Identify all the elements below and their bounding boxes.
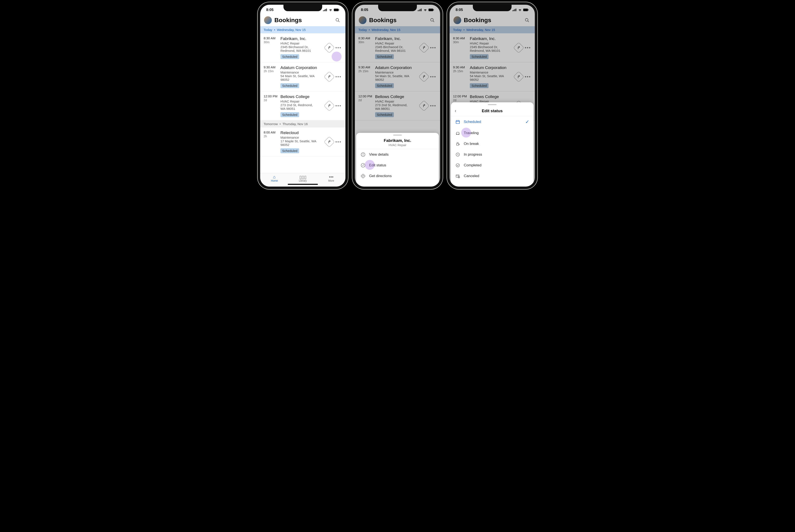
nav-library-label: Library bbox=[289, 179, 317, 182]
nav-home[interactable]: ⌂Home bbox=[260, 174, 289, 182]
action-sheet: Fabrikam, Inc. HVAC Repair View details … bbox=[356, 133, 439, 187]
bookings-list[interactable]: Today • Wednesday, Nov 15 8:30 AM 30m Fa… bbox=[260, 26, 345, 173]
directions-button[interactable]: ↱ bbox=[324, 71, 335, 82]
check-icon bbox=[455, 163, 460, 168]
search-button[interactable] bbox=[334, 16, 342, 24]
svg-point-18 bbox=[363, 153, 363, 154]
sheet-title: Edit status bbox=[454, 109, 530, 113]
cup-icon bbox=[455, 141, 460, 146]
booking-item[interactable]: 8:00 AM 2h Relecloud Maintenance 17 Mapl… bbox=[260, 128, 345, 156]
status-badge: Scheduled bbox=[281, 83, 299, 88]
back-button[interactable]: ‹ bbox=[455, 108, 456, 114]
directions-button[interactable]: ↱ bbox=[324, 136, 335, 148]
status-option-label: On break bbox=[464, 141, 479, 146]
status-option-label: Scheduled bbox=[464, 120, 481, 124]
status-option-in-progress[interactable]: In progress bbox=[451, 149, 534, 160]
svg-point-6 bbox=[336, 18, 339, 21]
sheet-handle[interactable] bbox=[393, 135, 402, 136]
sheet-handle[interactable] bbox=[488, 104, 496, 105]
service-type: HVAC Repair bbox=[281, 99, 325, 103]
get-directions-label: Get directions bbox=[369, 174, 392, 178]
address-line-2: 98052 bbox=[281, 78, 325, 81]
booking-item[interactable]: 9:30 AM 2h 15m Adatum Corporation Mainte… bbox=[260, 62, 345, 91]
status-option-on-break[interactable]: On break bbox=[451, 138, 534, 149]
action-col: ↱ ••• bbox=[325, 65, 345, 88]
day-label-a: Today bbox=[264, 28, 272, 32]
directions-button[interactable]: ↱ bbox=[324, 42, 335, 53]
nav-more-label: More bbox=[317, 179, 345, 182]
car-icon bbox=[455, 131, 460, 135]
status-option-traveling[interactable]: Traveling bbox=[451, 128, 534, 138]
start-time: 9:30 AM bbox=[264, 65, 281, 69]
start-time: 8:00 AM bbox=[264, 131, 281, 134]
more-button[interactable]: ••• bbox=[334, 45, 343, 51]
status-option-scheduled[interactable]: Scheduled ✓ bbox=[451, 116, 534, 128]
day-header: Tomorrow • Thursday, Nov 16 bbox=[260, 120, 345, 128]
svg-rect-5 bbox=[339, 9, 339, 11]
status-icons bbox=[323, 8, 339, 11]
customer-name: Relecloud bbox=[281, 131, 325, 135]
get-directions-row[interactable]: Get directions bbox=[356, 171, 439, 182]
time-col: 9:30 AM 2h 15m bbox=[264, 65, 281, 88]
turn-arrow-icon: ↱ bbox=[328, 103, 331, 108]
time-col: 8:30 AM 30m bbox=[264, 36, 281, 59]
detail-col: Fabrikam, Inc. HVAC Repair 2345 Birchwoo… bbox=[281, 36, 325, 59]
action-col: ↱ ••• bbox=[325, 94, 345, 117]
info-icon bbox=[360, 152, 366, 157]
action-col: ↱ ••• bbox=[325, 131, 345, 153]
day-label-b: Wednesday, Nov 15 bbox=[277, 28, 306, 32]
status-badge: Scheduled bbox=[281, 54, 299, 59]
cellular-icon bbox=[323, 8, 327, 11]
directions-button[interactable]: ↱ bbox=[324, 100, 335, 111]
duration: 2h 15m bbox=[264, 70, 281, 73]
svg-rect-0 bbox=[323, 10, 324, 11]
home-indicator[interactable] bbox=[288, 184, 318, 185]
edit-status-sheet: ‹ Edit status Scheduled ✓ Traveling On b… bbox=[451, 102, 534, 187]
search-icon bbox=[335, 18, 340, 23]
edit-icon bbox=[360, 163, 366, 168]
check-icon: ✓ bbox=[525, 119, 529, 125]
more-button[interactable]: ••• bbox=[334, 74, 343, 79]
sheet-title: Fabrikam, Inc. bbox=[356, 138, 439, 143]
nav-more[interactable]: •••More bbox=[317, 174, 345, 182]
phone-screen-2: 8:05 Bookings Today • Wednesday, Nov 15 … bbox=[352, 2, 443, 189]
time-col: 12:00 PM 2d bbox=[264, 94, 281, 117]
nav-library[interactable]: ▯▯▯Library bbox=[289, 174, 317, 182]
svg-rect-1 bbox=[324, 10, 325, 11]
booking-item[interactable]: 12:00 PM 2d Bellows College HVAC Repair … bbox=[260, 91, 345, 120]
customer-name: Bellows College bbox=[281, 94, 325, 99]
view-details-row[interactable]: View details bbox=[356, 149, 439, 160]
cancel-icon bbox=[455, 174, 460, 178]
clock-icon bbox=[455, 152, 460, 157]
duration: 30m bbox=[264, 40, 281, 44]
wifi-icon bbox=[329, 8, 332, 11]
customer-name: Adatum Corporation bbox=[281, 65, 325, 70]
directions-icon bbox=[360, 174, 366, 178]
address-line-2: 98052 bbox=[281, 143, 325, 147]
turn-arrow-icon: ↱ bbox=[328, 45, 331, 50]
page-title: Bookings bbox=[274, 17, 331, 24]
more-button[interactable]: ••• bbox=[334, 139, 343, 145]
detail-col: Relecloud Maintenance 17 Maple St, Seatt… bbox=[281, 131, 325, 153]
avatar[interactable] bbox=[264, 16, 272, 24]
start-time: 8:30 AM bbox=[264, 36, 281, 40]
day-header: Today • Wednesday, Nov 15 bbox=[260, 26, 345, 33]
svg-rect-29 bbox=[456, 120, 459, 124]
svg-rect-3 bbox=[326, 8, 327, 11]
home-icon: ⌂ bbox=[260, 174, 289, 179]
booking-item[interactable]: 8:30 AM 30m Fabrikam, Inc. HVAC Repair 2… bbox=[260, 33, 345, 62]
view-details-label: View details bbox=[369, 152, 389, 157]
sheet-subtitle: HVAC Repair bbox=[356, 144, 439, 147]
edit-status-row[interactable]: Edit status bbox=[356, 160, 439, 171]
more-button[interactable]: ••• bbox=[334, 103, 343, 109]
nav-home-label: Home bbox=[260, 179, 289, 182]
detail-col: Adatum Corporation Maintenance 54 Main S… bbox=[281, 65, 325, 88]
status-option-canceled[interactable]: Canceled bbox=[451, 171, 534, 182]
app-header: Bookings bbox=[260, 15, 345, 26]
address-line-1: 273 2nd St, Redmond, bbox=[281, 103, 325, 107]
status-option-label: In progress bbox=[464, 152, 482, 157]
address-line-1: 54 Main St, Seattle, WA bbox=[281, 74, 325, 78]
battery-icon bbox=[334, 8, 339, 11]
sheet-header: ‹ Edit status bbox=[451, 107, 534, 116]
status-option-completed[interactable]: Completed bbox=[451, 160, 534, 171]
